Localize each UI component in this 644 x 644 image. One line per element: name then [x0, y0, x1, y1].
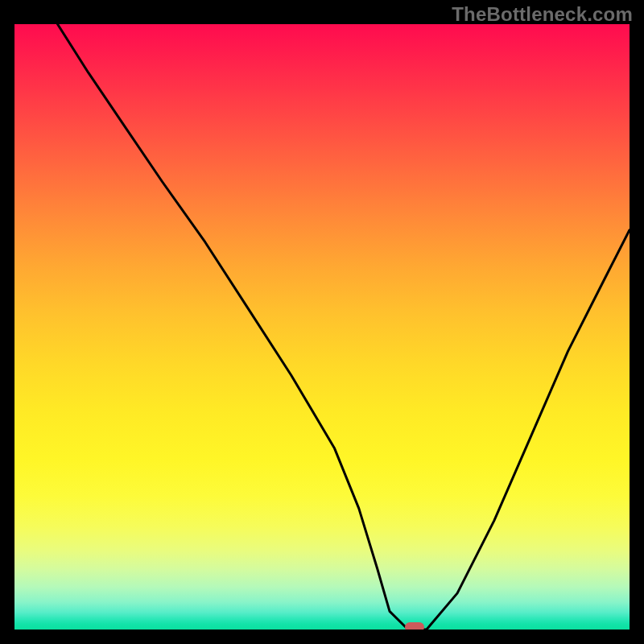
- curve-svg: [14, 24, 630, 630]
- watermark-text: TheBottleneck.com: [452, 3, 633, 26]
- optimal-marker: [405, 622, 424, 630]
- chart-container: TheBottleneck.com: [0, 0, 644, 644]
- plot-area: [14, 24, 630, 630]
- bottleneck-curve: [58, 24, 630, 630]
